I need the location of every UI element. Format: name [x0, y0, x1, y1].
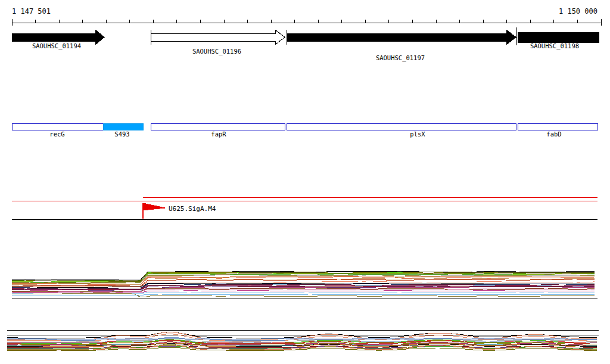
feature-label: S493	[114, 130, 129, 138]
genome-browser-view: 1 147 501 1 150 000 SAOUHSC_01194SAOUHSC…	[0, 0, 610, 364]
feature-s493[interactable]	[103, 123, 143, 130]
feature-fapr[interactable]	[151, 123, 285, 130]
gene-saouhsc_01197[interactable]	[287, 30, 516, 45]
tracks-canvas	[0, 0, 610, 364]
gene-saouhsc_01196[interactable]	[151, 30, 285, 45]
tss-flag-pennant[interactable]	[143, 203, 165, 210]
feature-label: fapR	[211, 130, 226, 138]
expression-line	[12, 294, 595, 297]
feature-label: fabD	[546, 130, 561, 138]
gene-label: SAOUHSC_01194	[32, 42, 81, 49]
gene-saouhsc_01198[interactable]	[518, 32, 599, 42]
feature-label: plsX	[410, 130, 425, 138]
gene-label: SAOUHSC_01196	[192, 48, 241, 55]
expression-line	[7, 338, 597, 340]
feature-recg[interactable]	[12, 123, 103, 130]
expression-line	[12, 294, 595, 295]
gene-label: SAOUHSC_01198	[530, 42, 579, 49]
feature-plsx[interactable]	[287, 123, 516, 130]
feature-label: recG	[49, 130, 64, 138]
gene-label: SAOUHSC_01197	[376, 54, 425, 61]
feature-fabd[interactable]	[518, 123, 597, 130]
tss-label: U625.SigA.M4	[169, 205, 216, 213]
